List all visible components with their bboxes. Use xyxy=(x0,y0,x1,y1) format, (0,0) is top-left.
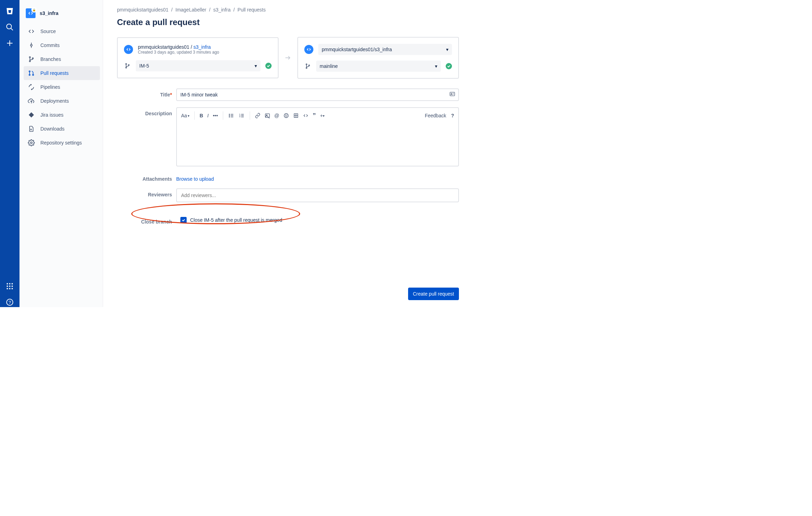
sidebar-item-pull-requests[interactable]: Pull requests xyxy=(24,66,100,80)
source-owner: pmmquickstartguides01 xyxy=(138,44,189,50)
browse-upload-link[interactable]: Browse to upload xyxy=(176,173,214,182)
svg-point-52 xyxy=(284,114,288,118)
code-icon xyxy=(28,28,35,35)
bold-button[interactable]: B xyxy=(200,113,203,118)
svg-point-10 xyxy=(7,288,8,289)
project-sidebar: s3_infra Source Commits Branches Pull re… xyxy=(19,0,103,307)
editor-help-button[interactable]: ? xyxy=(451,113,454,118)
branch-icon xyxy=(304,63,311,69)
more-formatting-button[interactable]: ••• xyxy=(213,113,218,118)
editor-toolbar: Aa ▾ B I ••• 123 xyxy=(177,108,458,123)
main-content: pmmquickstartguides01/ ImageLabeller/ s3… xyxy=(103,0,473,307)
target-repo-value: pmmquickstartguides01/s3_infra xyxy=(322,47,392,52)
bullet-list-icon[interactable] xyxy=(228,112,234,119)
close-branch-checkbox[interactable] xyxy=(180,217,187,223)
table-icon[interactable] xyxy=(293,113,299,118)
repo-header[interactable]: s3_infra xyxy=(24,6,100,24)
sidebar-item-label: Downloads xyxy=(40,126,64,132)
svg-point-35 xyxy=(451,93,452,94)
repo-name: s3_infra xyxy=(40,10,58,16)
sidebar-item-pipelines[interactable]: Pipelines xyxy=(24,80,100,94)
target-repo-select[interactable]: pmmquickstartguides01/s3_infra ▾ xyxy=(318,44,452,55)
pipelines-icon xyxy=(28,84,35,91)
source-branch-select[interactable]: IM-5 ▾ xyxy=(136,60,260,71)
help-icon[interactable]: ? xyxy=(5,297,15,307)
attachments-label: Attachments xyxy=(117,173,176,182)
svg-point-5 xyxy=(9,283,10,284)
link-icon[interactable] xyxy=(255,113,260,118)
svg-point-32 xyxy=(306,68,307,69)
quote-icon[interactable]: ” xyxy=(313,112,316,119)
svg-point-53 xyxy=(285,115,286,115)
branch-icon xyxy=(28,56,35,63)
description-editor[interactable]: Aa ▾ B I ••• 123 xyxy=(176,107,459,166)
feedback-button[interactable]: Feedback xyxy=(425,113,446,118)
sidebar-item-downloads[interactable]: Downloads xyxy=(24,122,100,136)
description-label: Description xyxy=(117,107,176,166)
sidebar-item-label: Jira issues xyxy=(40,112,63,118)
svg-point-7 xyxy=(7,286,8,287)
breadcrumb-item[interactable]: ImageLabeller xyxy=(175,7,206,13)
sidebar-item-jira-issues[interactable]: Jira issues xyxy=(24,108,100,122)
title-label: Title* xyxy=(117,88,176,101)
sidebar-item-commits[interactable]: Commits xyxy=(24,38,100,52)
text-style-button[interactable]: Aa ▾ xyxy=(181,113,189,118)
code-block-icon[interactable] xyxy=(303,113,309,118)
search-icon[interactable] xyxy=(5,22,15,32)
insert-more-button[interactable]: + ▾ xyxy=(320,113,325,118)
chevron-down-icon: ▾ xyxy=(446,47,448,52)
sidebar-item-label: Pipelines xyxy=(40,84,60,90)
repo-icon xyxy=(124,45,133,54)
create-pull-request-button[interactable]: Create pull request xyxy=(408,288,459,300)
svg-point-19 xyxy=(29,61,30,62)
jira-icon xyxy=(28,111,35,118)
svg-point-0 xyxy=(7,24,11,29)
build-success-icon xyxy=(265,63,272,69)
source-repo[interactable]: s3_infra xyxy=(194,44,211,50)
svg-point-22 xyxy=(29,74,30,75)
svg-point-28 xyxy=(126,67,127,68)
source-branch-box: pmmquickstartguides01 / s3_infra Created… xyxy=(117,37,279,78)
branch-selection-row: pmmquickstartguides01 / s3_infra Created… xyxy=(117,37,459,79)
svg-point-11 xyxy=(9,288,10,289)
sidebar-item-label: Repository settings xyxy=(40,140,82,146)
svg-point-21 xyxy=(29,71,30,72)
svg-point-23 xyxy=(32,74,33,75)
reviewers-input[interactable] xyxy=(176,188,459,202)
svg-marker-25 xyxy=(29,112,34,118)
svg-point-38 xyxy=(229,114,230,115)
svg-text:?: ? xyxy=(8,300,11,305)
contact-card-icon[interactable] xyxy=(449,91,455,99)
bitbucket-logo[interactable] xyxy=(5,6,15,16)
chevron-down-icon: ▾ xyxy=(188,114,189,118)
sidebar-item-settings[interactable]: Repository settings xyxy=(24,136,100,150)
sidebar-item-branches[interactable]: Branches xyxy=(24,52,100,66)
emoji-icon[interactable] xyxy=(283,113,289,118)
breadcrumb-item[interactable]: s3_infra xyxy=(213,7,231,13)
image-icon[interactable] xyxy=(265,113,270,118)
sidebar-item-deployments[interactable]: Deployments xyxy=(24,94,100,108)
chevron-down-icon: ▾ xyxy=(435,63,437,69)
download-icon xyxy=(28,125,35,132)
sidebar-item-label: Commits xyxy=(40,42,60,48)
svg-point-6 xyxy=(11,283,13,284)
gear-icon xyxy=(28,139,35,146)
apps-icon[interactable] xyxy=(5,281,15,291)
breadcrumb-item[interactable]: Pull requests xyxy=(237,7,266,13)
mention-icon[interactable]: @ xyxy=(274,113,279,118)
numbered-list-icon[interactable]: 123 xyxy=(239,112,245,119)
italic-button[interactable]: I xyxy=(207,113,209,118)
source-timestamps: Created 3 days ago, updated 3 minutes ag… xyxy=(138,50,219,55)
svg-point-18 xyxy=(29,57,30,58)
svg-rect-50 xyxy=(265,114,270,118)
commit-icon xyxy=(28,42,35,49)
svg-line-1 xyxy=(11,28,13,30)
breadcrumb-item[interactable]: pmmquickstartguides01 xyxy=(117,7,169,13)
sidebar-item-source[interactable]: Source xyxy=(24,24,100,38)
sidebar-item-label: Pull requests xyxy=(40,70,69,76)
create-icon[interactable] xyxy=(5,38,15,48)
arrow-right-icon xyxy=(284,54,292,62)
svg-text:3: 3 xyxy=(239,116,240,118)
title-input[interactable] xyxy=(176,88,459,101)
target-branch-select[interactable]: mainline ▾ xyxy=(316,61,441,72)
